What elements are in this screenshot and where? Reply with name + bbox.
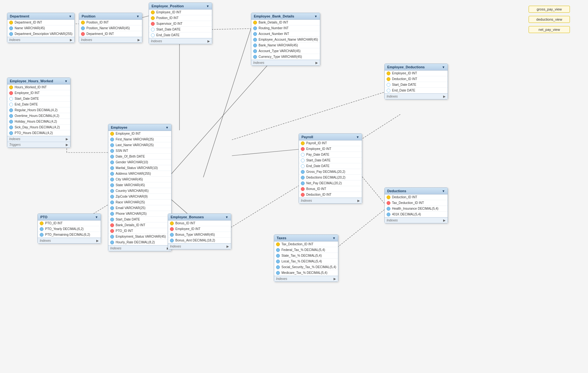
table-employee_position[interactable]: Employee_Position▼Employee_ID INTPositio… [149, 3, 212, 44]
field-icon-field [110, 138, 114, 141]
field-icon-field [110, 172, 114, 176]
table-menu-icon-employee_bank_details[interactable]: ▼ [314, 15, 317, 18]
svg-line-14 [337, 210, 384, 248]
field-row-employee_bank_details-2: Account_Number INT [251, 31, 320, 37]
section-expand-icon[interactable]: ▶ [96, 239, 99, 242]
section-expand-icon[interactable]: ▶ [66, 143, 68, 146]
section-expand-icon[interactable]: ▶ [66, 137, 68, 141]
section-expand-icon[interactable]: ▶ [443, 219, 446, 222]
field-row-department-0: Department_ID INT [7, 20, 74, 25]
field-icon-fk [170, 227, 174, 231]
field-text: End_Date DATE [392, 89, 415, 92]
field-text: Bank_Name VARCHAR(45) [259, 44, 298, 47]
table-menu-icon-payroll[interactable]: ▼ [356, 135, 359, 139]
section-expand-icon[interactable]: ▶ [70, 38, 72, 42]
table-deductions[interactable]: Deductions▼Deduction_ID INTTax_Deduction… [384, 187, 448, 223]
field-row-position-2: Department_ID INT [79, 31, 142, 37]
table-position[interactable]: Position▼Position_ID INTPosition_Name VA… [79, 13, 142, 43]
section-expand-icon[interactable]: ▶ [315, 61, 318, 64]
field-text: PTO_Yearly DECIMAL(6,2) [45, 227, 84, 231]
section-indexes-employee_hours_worked[interactable]: Indexes▶ [7, 136, 70, 142]
field-icon-pk [110, 132, 114, 136]
section-indexes-employee_deductions[interactable]: Indexes▶ [385, 93, 448, 99]
section-expand-icon[interactable]: ▶ [207, 39, 210, 43]
table-header-payroll[interactable]: Payroll▼ [299, 134, 362, 140]
field-text: First_Name VARCHAR(25) [116, 138, 154, 141]
section-indexes-position[interactable]: Indexes▶ [79, 37, 142, 43]
view-gross_pay_view[interactable]: gross_pay_view [529, 6, 570, 13]
table-employee_deductions[interactable]: Employee_Deductions▼Employee_ID INTDeduc… [384, 64, 448, 99]
section-label: Indexes [9, 38, 20, 42]
table-header-employee_bonuses[interactable]: Employee_Bonuses▼ [168, 214, 231, 220]
table-menu-icon-employee_hours_worked[interactable]: ▼ [64, 79, 68, 83]
table-header-employee_position[interactable]: Employee_Position▼ [149, 3, 212, 10]
table-menu-icon-employee_position[interactable]: ▼ [206, 4, 209, 8]
field-icon-field [253, 49, 257, 53]
table-employee_hours_worked[interactable]: Employee_Hours_Worked▼Hours_Worked_ID IN… [7, 78, 71, 148]
field-icon-field [9, 26, 13, 30]
table-menu-icon-deductions[interactable]: ▼ [442, 189, 445, 193]
table-taxes[interactable]: Taxes▼Tax_Deduction_ID INTFederal_Tax_% … [274, 234, 338, 282]
section-expand-icon[interactable]: ▶ [226, 245, 229, 248]
field-row-pto-0: PTO_ID INT [38, 220, 101, 226]
table-employee[interactable]: Employee▼Employee_ID INTFirst_Name VARCH… [108, 124, 172, 251]
table-department[interactable]: Department▼Department_ID INTName VARCHAR… [7, 13, 75, 43]
section-indexes-employee_bank_details[interactable]: Indexes▶ [251, 60, 320, 65]
section-indexes-payroll[interactable]: Indexes▶ [299, 198, 362, 203]
table-header-employee_bank_details[interactable]: Employee_Bank_Details▼ [251, 13, 320, 20]
field-icon-field [276, 271, 280, 275]
table-header-employee_deductions[interactable]: Employee_Deductions▼ [385, 64, 448, 71]
table-header-employee[interactable]: Employee▼ [108, 124, 171, 131]
table-menu-icon-department[interactable]: ▼ [69, 15, 72, 18]
table-menu-icon-employee[interactable]: ▼ [166, 126, 169, 129]
field-row-employee_hours_worked-2: Start_Date DATE [7, 96, 70, 102]
table-header-department[interactable]: Department▼ [7, 13, 74, 20]
field-row-employee_bank_details-5: Account_Type VARCHAR(45) [251, 48, 320, 54]
field-icon-field [110, 149, 114, 153]
field-icon-pk [40, 221, 44, 225]
table-menu-icon-position[interactable]: ▼ [136, 15, 139, 18]
table-header-taxes[interactable]: Taxes▼ [274, 235, 338, 241]
section-indexes-taxes[interactable]: Indexes▶ [274, 276, 338, 281]
table-header-pto[interactable]: PTO▼ [38, 214, 101, 220]
field-icon-optional [151, 33, 155, 37]
table-menu-icon-pto[interactable]: ▼ [95, 215, 98, 219]
field-icon-field [9, 125, 13, 129]
field-icon-field [40, 227, 44, 231]
field-icon-pk [387, 195, 390, 199]
table-employee_bank_details[interactable]: Employee_Bank_Details▼Bank_Details_ID IN… [251, 13, 320, 66]
table-menu-icon-taxes[interactable]: ▼ [332, 236, 335, 240]
section-expand-icon[interactable]: ▶ [357, 199, 360, 202]
table-title-deductions: Deductions [387, 189, 406, 193]
table-employee_bonuses[interactable]: Employee_Bonuses▼Bonus_ID INTEmployee_ID… [168, 214, 231, 249]
section-indexes-employee_position[interactable]: Indexes▶ [149, 38, 212, 44]
view-deductions_view[interactable]: deductions_view [529, 16, 570, 23]
table-header-deductions[interactable]: Deductions▼ [385, 188, 448, 194]
section-triggers-employee_hours_worked[interactable]: Triggers▶ [7, 142, 70, 147]
table-payroll[interactable]: Payroll▼Payroll_ID INTEmployee_ID INTPay… [299, 133, 362, 204]
section-indexes-department[interactable]: Indexes▶ [7, 37, 74, 43]
view-net_pay_view[interactable]: net_pay_view [529, 26, 570, 33]
field-row-employee-18: Employment_Status VARCHAR(45) [108, 234, 171, 240]
section-expand-icon[interactable]: ▶ [334, 277, 336, 281]
table-pto[interactable]: PTO▼PTO_ID INTPTO_Yearly DECIMAL(6,2)PTO… [37, 214, 101, 244]
section-indexes-pto[interactable]: Indexes▶ [38, 238, 101, 243]
section-indexes-employee_bonuses[interactable]: Indexes▶ [168, 243, 231, 249]
field-icon-field [253, 32, 257, 36]
field-text: Payroll_ID INT [306, 141, 327, 145]
field-icon-pk [276, 242, 280, 246]
section-expand-icon[interactable]: ▶ [138, 38, 140, 42]
field-row-employee_bonuses-0: Bonus_ID INT [168, 220, 231, 226]
table-header-employee_hours_worked[interactable]: Employee_Hours_Worked▼ [7, 78, 70, 85]
section-indexes-deductions[interactable]: Indexes▶ [385, 217, 448, 223]
section-expand-icon[interactable]: ▶ [443, 95, 446, 98]
field-text: Currency_Type VARCHAR(45) [259, 55, 302, 58]
section-indexes-employee[interactable]: Indexes▶ [108, 245, 171, 251]
table-menu-icon-employee_deductions[interactable]: ▼ [442, 65, 445, 69]
field-text: Department_ID INT [15, 21, 42, 24]
field-icon-field [110, 200, 114, 204]
table-header-position[interactable]: Position▼ [79, 13, 142, 20]
table-menu-icon-employee_bonuses[interactable]: ▼ [225, 215, 228, 219]
field-row-employee-16: Bank_Details_ID INT [108, 222, 171, 228]
field-row-employee_hours_worked-6: Holiday_Hours DECIMAL(4,2) [7, 119, 70, 125]
